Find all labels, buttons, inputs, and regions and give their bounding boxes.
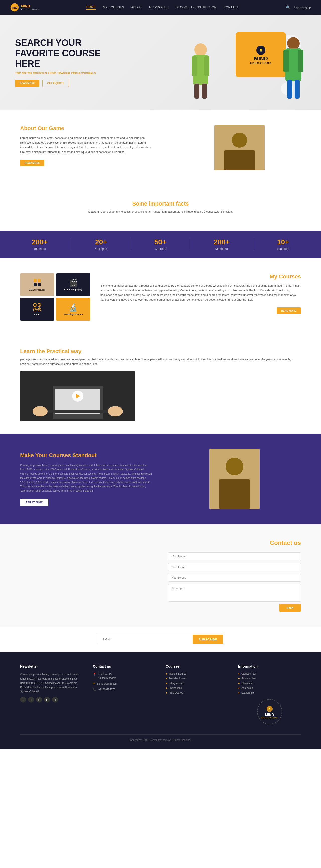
nav-courses[interactable]: MY COURSES <box>103 5 124 9</box>
nav-profile[interactable]: MY PROFILE <box>149 5 169 9</box>
nav-contact[interactable]: CONTACT <box>224 5 239 9</box>
footer-course-engineering[interactable]: ◆ Engineering <box>166 687 228 689</box>
footer: Newsletter Contrary to popular belief, L… <box>0 652 321 749</box>
hero-subtitle: TOP NOTCH COURSES FROM TRAINED PROFESSIO… <box>15 72 110 74</box>
footer-course-masters[interactable]: ◆ Masters Degree <box>166 672 228 675</box>
svg-rect-13 <box>298 50 304 72</box>
message-field[interactable] <box>168 584 301 602</box>
contact-title: Contact us <box>168 539 301 547</box>
footer-information: Information ◆ Campus Tour ◆ Student Life… <box>238 664 301 724</box>
svg-point-36 <box>108 406 123 416</box>
bullet-icon: ◆ <box>166 687 167 689</box>
standout-cta-button[interactable]: STRAT NOW <box>20 499 48 506</box>
about-section: About Our Game Lorem ipsum dolor sit ame… <box>0 110 321 190</box>
course-card-skills[interactable]: Skills <box>20 298 54 320</box>
get-quote-button[interactable]: GET A QUOTE <box>42 80 69 87</box>
hero-content: SEARCH YOUR FAVORITE COURSE HERE TOP NOT… <box>15 38 110 87</box>
nav-home[interactable]: HOME <box>86 5 96 9</box>
login-button[interactable]: login/sing up <box>294 5 311 9</box>
linkedin-icon[interactable]: li <box>52 697 58 703</box>
footer-email: ✉ demo@gmail.com <box>93 682 155 686</box>
footer-social: f t in ▶ li <box>20 697 83 703</box>
footer-course-postgrad[interactable]: ◆ Post Graduated <box>166 677 228 680</box>
courses-read-more-button[interactable]: READ MORE <box>277 307 301 314</box>
about-image <box>168 125 301 175</box>
about-content: About Our Game Lorem ipsum dolor sit ame… <box>20 125 153 166</box>
footer-info-student[interactable]: ◆ Student Lifes <box>238 677 301 680</box>
course-card-data-structures[interactable]: Data Structures <box>20 273 54 296</box>
svg-rect-18 <box>224 150 254 170</box>
about-read-more-button[interactable]: READ MORE <box>20 159 44 166</box>
svg-rect-15 <box>295 80 300 99</box>
hero-visual: 💡 MIND EDUCATIONS <box>181 25 306 100</box>
subscribe-bar: SUBSCRIBE <box>0 627 321 652</box>
hero-title: SEARCH YOUR FAVORITE COURSE HERE <box>15 38 110 69</box>
learn-title: Learn the Practical way <box>20 348 301 355</box>
standout-title: Make Your Courses Standout <box>20 452 153 459</box>
skills-icon <box>33 303 42 312</box>
about-title: About Our Game <box>20 125 153 132</box>
subscribe-button[interactable]: SUBSCRIBE <box>192 634 223 644</box>
bullet-icon: ◆ <box>238 677 240 680</box>
hero-card-logo: MIND <box>254 55 268 62</box>
read-more-button[interactable]: READ MORE <box>15 80 39 87</box>
footer-info-admission[interactable]: ◆ Admission <box>238 687 301 689</box>
play-button[interactable] <box>72 391 83 402</box>
stat-countries: 10+ countries <box>277 238 289 251</box>
twitter-icon[interactable]: t <box>28 697 34 703</box>
footer-info-scholarship[interactable]: ◆ Sholarship <box>238 682 301 685</box>
course-card-cinematography[interactable]: 🎬 Cinematography <box>56 273 90 296</box>
footer-info-leadership[interactable]: ◆ Leadership <box>238 691 301 694</box>
bullet-icon: ◆ <box>166 692 167 694</box>
standout-section: Make Your Courses Standout Contrary to p… <box>0 434 321 524</box>
footer-courses: Courses ◆ Masters Degree ◆ Post Graduate… <box>166 664 228 724</box>
stat-divider-2 <box>131 238 131 251</box>
courses-title: My Courses <box>100 273 301 280</box>
footer-phone-text: +12566954775 <box>98 688 115 691</box>
video-player <box>20 371 135 421</box>
stat-courses: 50+ Courses <box>154 238 167 251</box>
stat-members: 200+ Members <box>214 238 229 251</box>
footer-info-campus[interactable]: ◆ Campus Tour <box>238 672 301 675</box>
hero-section: SEARCH YOUR FAVORITE COURSE HERE TOP NOT… <box>0 14 321 110</box>
facebook-icon[interactable]: f <box>20 697 26 703</box>
bullet-icon: ◆ <box>238 687 240 689</box>
nav-about[interactable]: ABOUT <box>131 5 142 9</box>
play-triangle-icon <box>76 394 80 398</box>
hero-person-right <box>281 32 306 100</box>
nav-instructor[interactable]: BECOME AN INSTRUCTOR <box>176 5 216 9</box>
svg-point-38 <box>226 458 243 475</box>
footer-phone: 📞 +12566954775 <box>93 688 155 691</box>
footer-course-undergrad[interactable]: ◆ Ndergraduate <box>166 682 228 685</box>
standout-text: Contrary to popular belief, Lorem Ipsum … <box>20 463 153 493</box>
bullet-icon: ◆ <box>238 682 240 684</box>
nav-logo[interactable]: MIND MIND EDUCATIONS <box>10 3 39 12</box>
svg-text:💡: 💡 <box>268 708 271 711</box>
stat-teachers: 200+ Teachers <box>32 238 48 251</box>
footer-contact: Contact us 📍 London 145United Kingdom ✉ … <box>93 664 155 724</box>
footer-course-phd[interactable]: ◆ Ph D Degree <box>166 691 228 694</box>
footer-courses-title: Courses <box>166 664 228 668</box>
svg-point-10 <box>287 37 300 50</box>
instagram-icon[interactable]: in <box>36 697 42 703</box>
stat-divider-3 <box>190 238 190 251</box>
send-button[interactable]: Send <box>279 604 301 612</box>
learn-text: packages and web page editors now use Lo… <box>20 357 301 366</box>
youtube-icon[interactable]: ▶ <box>44 697 50 703</box>
hero-card: 💡 MIND EDUCATIONS <box>236 32 286 78</box>
svg-rect-6 <box>194 84 200 99</box>
svg-rect-12 <box>283 50 289 72</box>
email-subscribe-input[interactable] <box>98 634 192 644</box>
stat-colleges: 20+ Colleges <box>95 238 107 251</box>
nav-links: HOME MY COURSES ABOUT MY PROFILE BECOME … <box>86 5 239 9</box>
svg-rect-7 <box>202 84 207 99</box>
phone-field[interactable] <box>168 574 301 582</box>
email-field[interactable] <box>168 563 301 571</box>
course-card-teaching-science[interactable]: 🔬 Teaching Science <box>56 298 90 320</box>
standout-content: Make Your Courses Standout Contrary to p… <box>20 452 153 506</box>
search-icon[interactable]: 🔍 <box>286 5 290 9</box>
courses-grid: Data Structures 🎬 Cinematography <box>20 273 90 320</box>
svg-point-17 <box>232 133 247 148</box>
bullet-icon: ◆ <box>238 692 240 694</box>
name-field[interactable] <box>168 553 301 560</box>
